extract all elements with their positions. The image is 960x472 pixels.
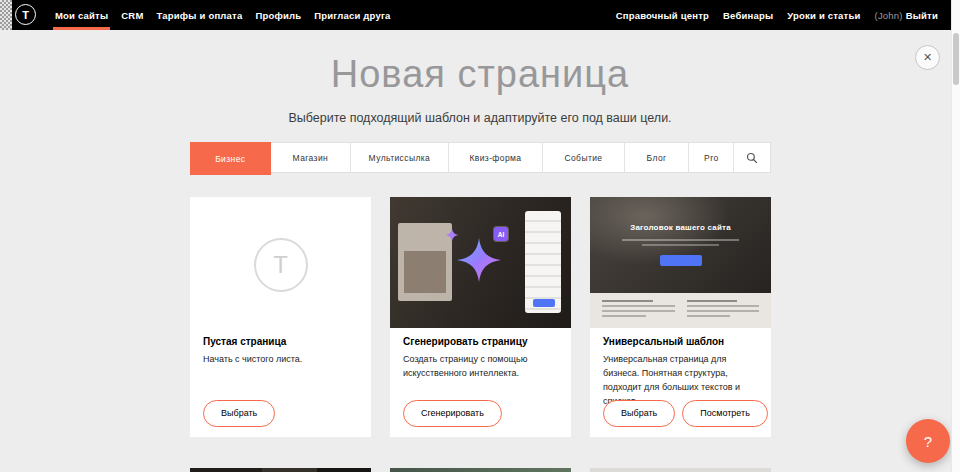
- tab-quiz-form[interactable]: Квиз-форма: [449, 143, 544, 172]
- topbar-secondary-menu: Справочный центр Вебинары Уроки и статьи…: [616, 0, 938, 30]
- close-button[interactable]: ✕: [915, 45, 940, 70]
- menu-invite-friend[interactable]: Пригласи друга: [314, 0, 390, 30]
- preview-settings-panel: [525, 211, 561, 313]
- card-description: Начать с чистого листа.: [203, 353, 355, 367]
- choose-universal-button[interactable]: Выбрать: [603, 400, 675, 427]
- topbar-main-menu: Мои сайты CRM Тарифы и оплата Профиль Пр…: [55, 0, 391, 30]
- scrollbar[interactable]: [951, 0, 960, 472]
- card-ai-generate: AI Сгенерировать страницу Создать страни…: [390, 197, 571, 437]
- ai-preview-image[interactable]: AI: [390, 197, 571, 328]
- tab-business[interactable]: Бизнес: [190, 142, 271, 175]
- menu-webinars[interactable]: Вебинары: [723, 0, 773, 30]
- universal-preview-image[interactable]: Заголовок вашего сайта: [590, 197, 771, 328]
- topbar: T Мои сайты CRM Тарифы и оплата Профиль …: [0, 0, 960, 30]
- close-icon: ✕: [923, 51, 932, 64]
- template-category-tabs: Бизнес Магазин Мультиссылка Квиз-форма С…: [190, 142, 771, 173]
- tab-blog[interactable]: Блог: [625, 143, 690, 172]
- card-universal-template: Заголовок вашего сайта Универсальный шаб…: [590, 197, 771, 437]
- menu-tariffs[interactable]: Тарифы и оплата: [157, 0, 243, 30]
- preview-text-line: [642, 244, 719, 246]
- preview-blue-chip: [533, 299, 555, 307]
- page-title: Новая страница: [0, 53, 960, 96]
- search-icon: [746, 152, 758, 164]
- tab-shop[interactable]: Магазин: [271, 143, 352, 172]
- menu-profile[interactable]: Профиль: [255, 0, 301, 30]
- preview-cta-button: [660, 255, 702, 266]
- tab-search[interactable]: [734, 143, 770, 172]
- menu-lessons[interactable]: Уроки и статьи: [787, 0, 860, 30]
- sparkle-big-icon: [456, 237, 502, 283]
- card-title: Сгенерировать страницу: [403, 336, 558, 347]
- preview-text-line: [622, 239, 739, 241]
- preview-hero-section: Заголовок вашего сайта: [590, 197, 771, 293]
- template-card-partial[interactable]: [190, 468, 371, 472]
- preview-text-column: [687, 300, 760, 321]
- preview-text-section: [590, 293, 771, 328]
- card-actions: Выбрать: [203, 400, 275, 427]
- menu-help-center[interactable]: Справочный центр: [616, 0, 709, 30]
- template-card-partial[interactable]: [590, 468, 771, 472]
- tilda-logo[interactable]: T: [15, 4, 36, 25]
- preview-hero-heading: Заголовок вашего сайта: [590, 223, 771, 232]
- card-actions: Выбрать Посмотреть: [603, 400, 768, 427]
- page-subtitle: Выберите подходящий шаблон и адаптируйте…: [0, 111, 960, 125]
- corner-texture: [0, 0, 12, 30]
- card-actions: Сгенерировать: [403, 400, 502, 427]
- scrollbar-thumb[interactable]: [953, 33, 959, 85]
- tilda-mark-letter: T: [273, 251, 288, 279]
- preview-universal-button[interactable]: Посмотреть: [682, 400, 768, 427]
- template-card-partial[interactable]: [390, 468, 571, 472]
- tilda-mark-icon: T: [254, 238, 308, 292]
- card-blank-page: T Пустая страница Начать с чистого листа…: [190, 197, 371, 437]
- choose-blank-button[interactable]: Выбрать: [203, 400, 275, 427]
- help-button[interactable]: ?: [906, 419, 950, 463]
- generate-button[interactable]: Сгенерировать: [403, 400, 502, 427]
- logout-link[interactable]: (John) Выйти: [875, 0, 938, 30]
- card-description: Создать страницу с помощью искусственног…: [403, 353, 555, 381]
- card-title: Универсальный шаблон: [603, 336, 758, 347]
- tab-multilink[interactable]: Мультиссылка: [351, 143, 449, 172]
- preview-text-column: [602, 300, 675, 321]
- menu-crm[interactable]: CRM: [121, 0, 143, 30]
- logout-label: Выйти: [906, 10, 938, 21]
- card-title: Пустая страница: [203, 336, 358, 347]
- question-icon: ?: [924, 433, 932, 450]
- user-name: (John): [875, 10, 903, 21]
- menu-my-sites[interactable]: Мои сайты: [55, 0, 108, 30]
- ai-badge: AI: [494, 227, 508, 241]
- preview-photo-block: [398, 223, 452, 301]
- tilda-logo-letter: T: [22, 9, 29, 21]
- tab-pro[interactable]: Pro: [689, 143, 734, 172]
- tab-event[interactable]: Событие: [543, 143, 625, 172]
